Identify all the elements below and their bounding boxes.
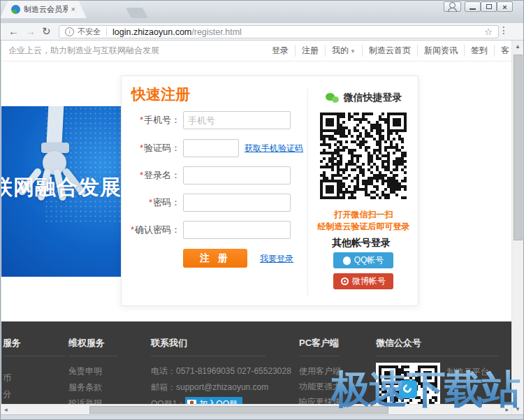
browser-menu-icon[interactable]: ⋮ — [499, 24, 509, 36]
close-icon: × — [502, 3, 507, 11]
horizontal-scrollbar[interactable]: ◂ ▸ — [1, 404, 511, 414]
nav-signin[interactable]: 签到 — [465, 45, 495, 57]
goto-login-link[interactable]: 我要登录 — [260, 253, 293, 265]
qr-center-logo — [399, 380, 417, 398]
qq-penguin-icon — [343, 256, 351, 265]
site-slogan: 企业上云，助力制造业与互联网融合发展 — [8, 41, 159, 61]
page-footer: 服务 币 分 合作 维权服务 免责申明 服务条款 投诉举报 联系我们 电话：05… — [1, 321, 512, 404]
footer-divider — [376, 356, 499, 356]
field-row-confirm: *确认密码： — [122, 221, 307, 239]
nav-login[interactable]: 登录 — [265, 45, 296, 57]
wechat-icon — [326, 93, 340, 103]
banner-headline: 联网融合发展 — [1, 173, 121, 202]
page-body: 联网融合发展 快速注册 *手机号： *验证码： 获取手机验证码 *登录名： *密… — [1, 61, 512, 321]
register-card: 快速注册 *手机号： *验证码： 获取手机验证码 *登录名： *密码： *确认密… — [121, 75, 419, 306]
footer-col-service: 服务 币 分 合作 — [3, 337, 66, 404]
profile-button[interactable] — [444, 1, 461, 12]
client-line: 响应更快速。 — [299, 394, 351, 404]
maximize-button[interactable] — [481, 1, 497, 12]
footer-heading: 微信公众号 — [376, 337, 499, 349]
nav-news[interactable]: 新闻资讯 — [418, 45, 465, 57]
nav-register[interactable]: 注册 — [296, 45, 326, 57]
footer-divider — [3, 356, 66, 356]
footer-link[interactable]: 币 — [3, 370, 66, 386]
url-path: /register.html — [191, 27, 242, 37]
footer-link-disclaimer[interactable]: 免责申明 — [68, 363, 117, 379]
footer-col-rights: 维权服务 免责申明 服务条款 投诉举报 — [68, 337, 117, 404]
scroll-up-icon[interactable]: ▲ — [512, 43, 523, 50]
password-label: *密码： — [122, 194, 180, 212]
person-icon — [449, 2, 456, 8]
scroll-down-icon[interactable]: ▼ — [512, 406, 523, 412]
vertical-scrollbar-thumb[interactable] — [514, 55, 523, 240]
footer-col-client: PC客户端 使用客户端， 功能更强大， 响应更快速。 下载 — [299, 337, 351, 404]
phone-input[interactable] — [183, 111, 291, 129]
form-title: 快速注册 — [131, 85, 190, 104]
quick-login-panel: 微信快捷登录 打开微信扫一扫 经制造云验证后即可登录 其他帐号登录 QQ帐号 微… — [308, 76, 419, 307]
chevron-down-icon: ▼ — [350, 48, 356, 55]
tab-title: 制造云会员系统 | 注册 — [24, 4, 68, 15]
info-icon[interactable]: i — [65, 27, 74, 36]
wechat-qr-code — [317, 110, 409, 202]
confirm-password-input[interactable] — [183, 221, 291, 239]
nav-home[interactable]: 制造云首页 — [363, 45, 418, 57]
window-edge — [0, 41, 1, 414]
footer-link[interactable]: 分 — [3, 386, 66, 403]
horizontal-scrollbar-thumb[interactable] — [89, 406, 388, 414]
username-label: *登录名： — [122, 166, 180, 184]
other-login-title: 其他帐号登录 — [332, 237, 391, 249]
nav-links: 登录 注册 我的▼ 制造云首页 新闻资讯 签到 客 — [265, 41, 512, 61]
footer-divider — [299, 356, 340, 356]
url-host: login.zhizaoyun.com — [112, 27, 191, 37]
client-line: 使用客户端， — [299, 363, 351, 379]
promo-banner: 联网融合发展 — [1, 106, 121, 277]
maximize-icon — [486, 4, 492, 9]
back-icon[interactable]: ← — [8, 25, 19, 38]
footer-col-contact: 联系我们 电话：0571-81969035 027-65523028 邮箱：su… — [151, 337, 291, 404]
nav-service-clipped[interactable]: 客 — [495, 45, 512, 57]
footer-divider — [151, 356, 265, 356]
footer-link-report[interactable]: 投诉举报 — [68, 396, 117, 404]
minimize-icon — [470, 8, 476, 10]
phone-label: *手机号： — [122, 111, 180, 129]
weibo-login-button[interactable]: 微博帐号 — [333, 273, 393, 289]
browser-tab[interactable]: 制造云会员系统 | 注册 × — [0, 0, 87, 18]
register-submit-button[interactable]: 注 册 — [183, 249, 247, 268]
password-input[interactable] — [183, 194, 291, 212]
footer-heading: 维权服务 — [68, 337, 117, 349]
code-input[interactable] — [183, 139, 239, 157]
forward-icon[interactable]: → — [25, 25, 36, 38]
scroll-right-icon[interactable]: ▸ — [505, 405, 509, 414]
contact-phone: 电话：0571-81969035 027-65523028 — [151, 363, 291, 379]
close-button[interactable]: × — [497, 1, 513, 12]
wechat-login-title: 微信快捷登录 — [344, 92, 402, 104]
scroll-left-icon[interactable]: ◂ — [4, 405, 8, 414]
refresh-icon[interactable]: ↻ — [42, 25, 51, 38]
tab-close-icon[interactable]: × — [71, 6, 75, 13]
wechat-login-header: 微信快捷登录 — [308, 92, 419, 104]
nav-mine[interactable]: 我的▼ — [326, 45, 363, 57]
field-row-password: *密码： — [122, 194, 307, 212]
qq-login-button[interactable]: QQ帐号 — [333, 252, 393, 268]
footer-col-wechat: 微信公众号 制造云平台 — [376, 337, 499, 404]
minimize-button[interactable] — [465, 1, 481, 12]
browser-titlebar: 制造云会员系统 | 注册 × × — [0, 0, 524, 23]
address-bar[interactable]: i 不安全 login.zhizaoyun.com/register.html … — [59, 25, 499, 38]
username-input[interactable] — [183, 166, 291, 184]
code-label: *验证码： — [122, 139, 180, 157]
vertical-scrollbar[interactable]: ▲ ▼ — [511, 41, 523, 414]
footer-divider — [68, 356, 117, 356]
join-qq-group-button[interactable]: 加入QQ群 — [185, 397, 242, 405]
client-line: 功能更强大， — [299, 379, 351, 394]
get-code-link[interactable]: 获取手机验证码 — [245, 143, 303, 154]
bookmark-star-icon[interactable]: ☆ — [484, 27, 493, 37]
field-row-code: *验证码： 获取手机验证码 — [122, 139, 307, 157]
robot-arm-graphic — [46, 106, 64, 147]
new-tab-button[interactable] — [126, 8, 148, 18]
contact-email: 邮箱：support@zhizaoyun.com — [151, 379, 291, 396]
footer-link-terms[interactable]: 服务条款 — [68, 379, 117, 396]
wechat-tip-line2: 经制造云验证后即可登录 — [308, 221, 419, 233]
security-label: 不安全 — [78, 27, 101, 37]
field-row-username: *登录名： — [122, 166, 307, 184]
footer-heading: 联系我们 — [151, 337, 291, 349]
